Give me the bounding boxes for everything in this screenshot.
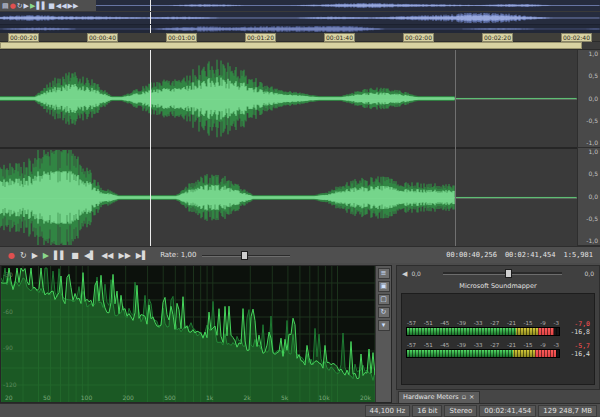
restore-icon[interactable]: ▫ [462,392,466,403]
transport-stop-icon[interactable]: ■ [69,248,81,263]
meters-header: ◀ 0,0 0,0 [397,266,599,281]
meter-scale-label: -27 [490,342,499,348]
level-ruler-label: 0,0 [578,96,600,102]
transport-pause-icon[interactable]: ▌▌ [52,248,68,263]
spectrum-snapshot-icon[interactable]: ▣ [378,281,390,292]
transport-bar: ●↻▶▶▌▌■◀▌◀◀▶▶▶▌ Rate: 1,00 00:00:40,256 … [0,246,600,263]
audio-device-name: Microsoft Soundmapper [397,281,599,291]
overview-strip-1[interactable] [96,0,600,11]
spectrum-plot[interactable]: -30-60-90-120 20501002005001k2k5k10k20k [1,266,375,402]
toolbar-loop-icon[interactable]: ↻ [17,1,23,11]
output-fader-handle[interactable] [505,269,512,278]
meter-bar-right[interactable] [406,349,560,358]
time-ruler-label: 00:01:00 [166,33,197,42]
frequency-axis-label: 20k [360,394,371,401]
fader-right-label: 0,0 [584,270,594,277]
frequency-axis-label: 100 [81,394,92,401]
zoom-ratio-readout: 1:5,981 [563,251,593,259]
meter-scale-label: -33 [474,342,483,348]
scrollbar-thumb[interactable] [0,42,582,49]
time-ruler-label: 00:00:40 [87,33,118,42]
meter-scale-label: -51 [424,320,433,326]
level-ruler-label: -1,0 [578,238,600,244]
spectrum-hold-icon[interactable]: ▢ [378,294,390,305]
status-bar: 44,100 Hz16 bitStereo00:02:41,454129 248… [0,403,600,417]
meter-bar-left[interactable] [406,327,560,336]
meter-scale-label: -33 [474,320,483,326]
overview-strip-2[interactable] [0,12,600,25]
spectrum-refresh-icon[interactable]: ↻ [378,307,390,318]
meter-scale-label: -3 [553,320,558,326]
waveform-channel-left[interactable] [0,50,577,147]
transport-buttons: ●↻▶▶▌▌■◀▌◀◀▶▶▶▌ [4,248,152,263]
status-field: 00:02:41,454 [479,405,536,417]
edit-cursor[interactable] [150,50,151,246]
meter-scale-label: -9 [540,342,545,348]
transport-play-all-icon[interactable]: ▶ [30,248,40,263]
rate-caption: Rate: [160,251,178,259]
meters-dock: ◀ 0,0 0,0 Microsoft Soundmapper -57-51-4… [396,265,600,403]
transport-loop-icon[interactable]: ↻ [18,248,29,263]
time-ruler[interactable]: 00:00:2000:00:4000:01:0000:01:2000:01:40… [0,33,600,42]
level-ruler-label: -1,0 [578,140,600,146]
transport-rewind-icon[interactable]: ◀◀ [99,248,115,263]
rate-slider-handle[interactable] [241,251,248,260]
meter-scale-label: -9 [540,320,545,326]
meter-hold-readout: -16,4 [564,350,590,358]
frequency-axis-label: 10k [319,394,330,401]
db-axis-label: -90 [3,345,17,351]
bottom-dock: -30-60-90-120 20501002005001k2k5k10k20k … [0,263,600,403]
transport-record-icon[interactable]: ● [6,248,17,263]
toolbar-record-icon[interactable]: ● [10,1,16,11]
meter-scale-label: -21 [507,342,516,348]
meter-scale: -57-51-45-39-33-27-21-15-9-3 [406,342,560,348]
level-ruler-label: 0,5 [578,73,600,79]
frequency-axis-label: 200 [122,394,133,401]
toolbar-play-icon[interactable]: ▶ [30,1,35,11]
output-fader[interactable] [443,272,563,275]
collapse-icon[interactable]: ◀ [402,270,407,278]
meter-peak-readout: -7,0 [564,320,590,328]
meter-channel-right: -57-51-45-39-33-27-21-15-9-3-5,7-16,4 [406,342,590,358]
meters-body: -57-51-45-39-33-27-21-15-9-3-7,0-16,8-57… [401,293,595,385]
dock-tab-row: Hardware Meters ▫ × [396,390,600,403]
status-field: 44,100 Hz [365,405,411,417]
time-ruler-label: 00:00:20 [8,33,39,42]
transport-go-to-start-icon[interactable]: ◀▌ [82,248,98,263]
spectrum-settings-icon[interactable]: ≡ [378,268,390,279]
meter-scale-label: -3 [553,342,558,348]
toolbar-forward-icon[interactable]: ▶▶ [68,1,79,11]
end-of-audio-marker [455,50,456,246]
toolbar-stop-icon[interactable]: ■ [48,1,55,11]
rate-slider[interactable] [202,250,290,260]
toolbar-rewind-icon[interactable]: ◀◀ [56,1,67,11]
top-toolbar-row: ▤●↻▶▶▌▌■◀◀▶▶ [0,0,600,12]
spectrum-toolbar: ≡▣▢↻▾ [375,266,391,402]
status-field: 16 bit [412,405,442,417]
spectrum-menu-icon[interactable]: ▾ [378,320,390,331]
waveform-channel-right[interactable] [0,149,577,246]
time-ruler-label: 00:02:40 [561,33,592,42]
transport-forward-icon[interactable]: ▶▶ [117,248,133,263]
close-icon[interactable]: × [469,392,474,403]
toolbar-menu-icon[interactable]: ▤ [2,1,9,11]
hardware-meters-panel: ◀ 0,0 0,0 Microsoft Soundmapper -57-51-4… [396,265,600,390]
time-readouts: 00:00:40,256 00:02:41,454 1:5,981 [446,251,596,259]
waveform-right [0,149,577,246]
transport-play-icon[interactable]: ▶ [41,248,51,263]
meter-peak-readout: -5,7 [564,342,590,350]
playhead-cursor [150,0,151,11]
tab-hardware-meters[interactable]: Hardware Meters ▫ × [398,391,480,403]
horizontal-scrollbar[interactable] [0,42,600,50]
spectrum-frequency-axis: 20501002005001k2k5k10k20k [5,394,371,401]
meter-scale-label: -45 [440,320,449,326]
transport-go-to-end-icon[interactable]: ▶▌ [134,248,150,263]
toolbar-pause-icon[interactable]: ▌▌ [36,1,47,11]
meter-scale-label: -15 [524,320,533,326]
frequency-axis-label: 50 [43,394,51,401]
spectrum-graph [1,266,375,402]
spectrum-analyzer-panel: -30-60-90-120 20501002005001k2k5k10k20k … [0,265,392,403]
waveform-display[interactable] [0,50,577,246]
toolbar-play-all-icon[interactable]: ▶ [24,1,29,11]
meter-scale-label: -15 [524,342,533,348]
